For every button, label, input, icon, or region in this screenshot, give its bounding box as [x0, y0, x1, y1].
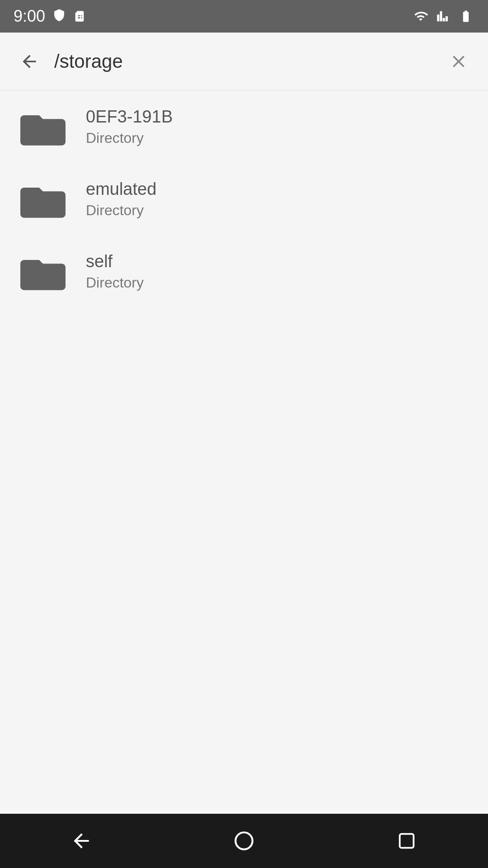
folder-icon: [18, 174, 68, 224]
toolbar: /storage: [0, 33, 488, 90]
file-item[interactable]: self Directory: [0, 235, 488, 307]
file-info: self Directory: [86, 251, 144, 292]
status-time: 9:00: [14, 7, 45, 26]
wifi-icon: [412, 9, 429, 23]
sim-icon: [73, 9, 86, 24]
file-name: self: [86, 251, 144, 272]
status-bar-left: 9:00: [14, 7, 86, 26]
file-type: Directory: [86, 130, 173, 146]
battery-icon: [457, 9, 474, 23]
file-info: 0EF3-191B Directory: [86, 107, 173, 147]
status-bar: 9:00: [0, 0, 488, 33]
nav-recents-button[interactable]: [380, 823, 434, 859]
svg-point-0: [235, 832, 253, 849]
file-item[interactable]: 0EF3-191B Directory: [0, 90, 488, 163]
file-list: 0EF3-191B Directory emulated Directory s…: [0, 90, 488, 307]
file-type: Directory: [86, 202, 156, 219]
signal-icon: [436, 9, 451, 23]
file-type: Directory: [86, 274, 144, 291]
nav-home-button[interactable]: [217, 823, 271, 859]
shield-icon: [52, 9, 66, 24]
file-item[interactable]: emulated Directory: [0, 163, 488, 235]
close-button[interactable]: [443, 46, 474, 77]
folder-icon: [18, 246, 68, 296]
folder-icon: [18, 102, 68, 151]
file-info: emulated Directory: [86, 179, 156, 219]
file-name: 0EF3-191B: [86, 107, 173, 127]
status-bar-right: [412, 9, 474, 23]
back-button[interactable]: [14, 46, 45, 77]
nav-back-button[interactable]: [54, 823, 108, 859]
file-name: emulated: [86, 179, 156, 200]
svg-rect-1: [400, 834, 414, 848]
toolbar-title: /storage: [54, 51, 443, 72]
nav-bar: [0, 814, 488, 868]
